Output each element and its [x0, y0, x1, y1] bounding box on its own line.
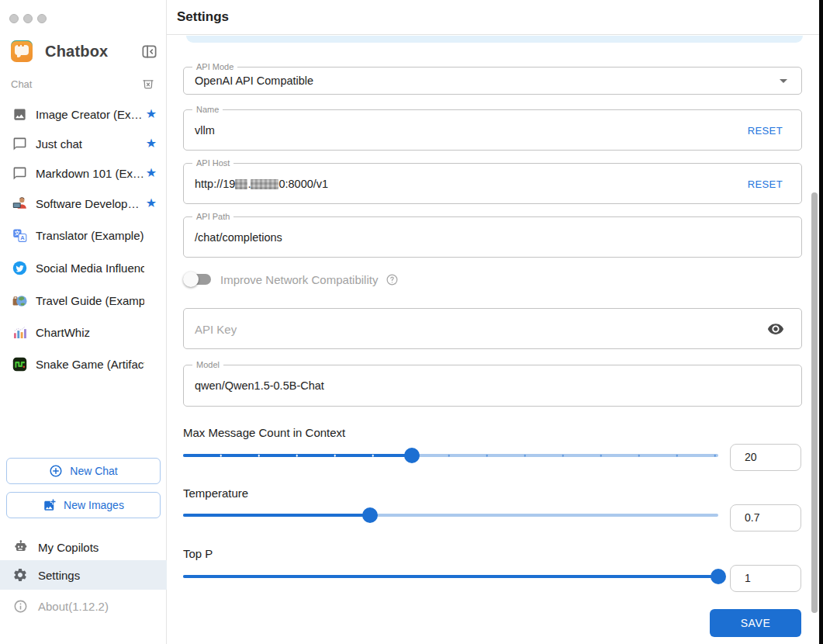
network-compatibility-toggle[interactable]: [183, 272, 213, 287]
window-zoom-button[interactable]: [37, 14, 47, 23]
chat-item-label: ChartWhiz: [36, 326, 90, 339]
chatbox-app-window: Chatbox Chat Image Creator (Ex… ★: [0, 0, 823, 644]
api-path-value: /chat/completions: [195, 231, 282, 244]
redacted-segment: [251, 179, 278, 189]
travel-globe-icon: [12, 293, 27, 308]
sidebar-item-label: About(1.12.2): [38, 600, 109, 613]
name-label: Name: [192, 105, 223, 115]
chat-bubble-icon: [12, 166, 27, 181]
brand-row: Chatbox: [11, 39, 158, 64]
model-value: qwen/Qwen1.5-0.5B-Chat: [195, 379, 324, 392]
model-label: Model: [192, 360, 223, 370]
api-mode-value: OpenAI API Compatible: [195, 74, 313, 87]
api-host-reset-button[interactable]: RESET: [748, 178, 783, 189]
collapse-sidebar-icon[interactable]: [140, 42, 158, 61]
temperature-input[interactable]: 0.7: [730, 504, 801, 531]
translator-icon: A: [12, 228, 27, 243]
name-value: vllm: [195, 124, 215, 137]
star-icon[interactable]: ★: [146, 108, 157, 120]
window-close-button[interactable]: [9, 14, 19, 23]
scrolled-alert-remnant: [186, 36, 803, 43]
snake-game-icon: [12, 357, 27, 372]
api-mode-label: API Mode: [192, 62, 237, 72]
chat-item-label: Social Media Influencer …: [36, 261, 144, 275]
save-button[interactable]: SAVE: [710, 609, 801, 637]
chat-item-label: Markdown 101 (Ex…: [36, 167, 144, 180]
help-icon[interactable]: [386, 273, 399, 286]
sidebar: Chatbox Chat Image Creator (Ex… ★: [0, 0, 167, 644]
show-password-eye-icon[interactable]: [767, 320, 784, 338]
chat-list-item[interactable]: Image Creator (Ex… ★: [0, 99, 167, 129]
api-host-field[interactable]: API Host http://19.0:8000/v1 RESET: [183, 163, 802, 204]
chat-section-header: Chat: [11, 76, 155, 92]
chat-list-item[interactable]: A Translator (Example): [0, 220, 167, 250]
api-path-field[interactable]: API Path /chat/completions: [183, 216, 802, 258]
chat-list-item[interactable]: ChartWhiz: [0, 317, 167, 347]
star-icon[interactable]: ★: [146, 137, 157, 150]
image-icon: [12, 107, 27, 122]
clear-conversations-icon[interactable]: [141, 77, 155, 91]
sidebar-item-my-copilots[interactable]: My Copilots: [0, 532, 167, 562]
chat-list-item[interactable]: Social Media Influencer …: [0, 253, 167, 282]
name-field[interactable]: Name vllm RESET: [183, 109, 802, 151]
chat-list-item[interactable]: Software Develop… ★: [0, 189, 167, 218]
chat-item-label: Just chat: [36, 137, 82, 151]
api-host-label: API Host: [192, 158, 233, 168]
robot-icon: [12, 539, 28, 555]
info-icon: [12, 598, 28, 614]
scrollbar-thumb[interactable]: [811, 192, 818, 613]
main-header: Settings: [167, 0, 819, 35]
top-p-slider[interactable]: [183, 569, 718, 584]
new-images-label: New Images: [64, 499, 124, 511]
chat-item-label: Translator (Example): [36, 229, 144, 242]
chat-list-item[interactable]: Travel Guide (Example): [0, 286, 167, 315]
star-icon[interactable]: ★: [146, 167, 157, 179]
bar-chart-icon: [12, 325, 27, 340]
slider-fill: [183, 575, 718, 578]
slider-thumb[interactable]: [362, 507, 378, 523]
chat-list-item[interactable]: Just chat ★: [0, 129, 167, 158]
new-images-button[interactable]: New Images: [6, 492, 161, 518]
api-key-placeholder: API Key: [195, 322, 237, 335]
max-message-count-input[interactable]: 20: [730, 444, 801, 471]
chat-list-item[interactable]: Snake Game (Artifact E…: [0, 349, 167, 379]
api-host-value: http://19.0:8000/v1: [195, 178, 328, 190]
api-key-field[interactable]: API Key: [183, 308, 802, 349]
app-title: Chatbox: [45, 43, 108, 61]
new-chat-button[interactable]: New Chat: [6, 458, 161, 484]
gear-icon: [12, 567, 28, 583]
sidebar-item-label: My Copilots: [38, 541, 99, 554]
slider-thumb[interactable]: [711, 569, 726, 584]
network-compatibility-label: Improve Network Compatibility: [220, 273, 378, 286]
star-icon[interactable]: ★: [146, 197, 157, 209]
top-p-input[interactable]: 1: [730, 565, 801, 592]
chat-bubble-icon: [12, 137, 27, 151]
page-title: Settings: [177, 9, 229, 25]
chat-list-item[interactable]: Markdown 101 (Ex… ★: [0, 158, 167, 188]
slider-fill: [183, 514, 370, 517]
api-mode-select[interactable]: API Mode OpenAI API Compatible: [183, 67, 802, 95]
name-reset-button[interactable]: RESET: [748, 124, 783, 136]
image-plus-icon: [43, 498, 57, 512]
chatbox-logo-icon: [11, 40, 33, 62]
sidebar-item-about[interactable]: About(1.12.2): [0, 591, 167, 621]
chat-item-label: Software Develop…: [36, 197, 139, 210]
developer-avatar-icon: [12, 196, 27, 211]
max-message-count-label: Max Message Count in Context: [183, 426, 345, 439]
chevron-down-icon: [780, 79, 787, 83]
sidebar-item-settings[interactable]: Settings: [0, 560, 167, 590]
model-field[interactable]: Model qwen/Qwen1.5-0.5B-Chat: [183, 365, 802, 407]
max-message-count-slider[interactable]: [183, 448, 718, 463]
screen-edge-strip: [819, 0, 823, 644]
temperature-slider[interactable]: [183, 507, 718, 523]
window-minimize-button[interactable]: [23, 14, 33, 23]
sidebar-item-label: Settings: [38, 569, 80, 582]
new-chat-label: New Chat: [70, 465, 117, 477]
svg-text:A: A: [20, 234, 25, 241]
slider-thumb[interactable]: [404, 448, 420, 463]
redacted-segment: [235, 179, 247, 189]
network-compatibility-row: Improve Network Compatibility: [183, 270, 399, 289]
temperature-label: Temperature: [183, 486, 248, 500]
chat-item-label: Image Creator (Ex…: [36, 108, 143, 121]
plus-circle-icon: [49, 464, 63, 478]
